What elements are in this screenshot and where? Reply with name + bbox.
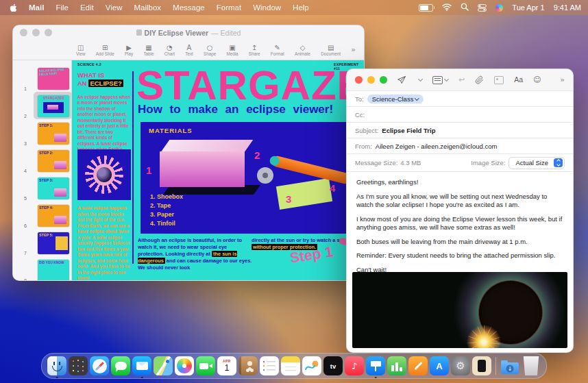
slide-thumbnail-3[interactable]: 3STEP 1: bbox=[13, 120, 71, 147]
dock-calendar[interactable]: APR1 bbox=[217, 356, 236, 375]
animate-icon: ◇ bbox=[300, 44, 306, 51]
image-size-value: Actual Size bbox=[515, 159, 548, 166]
send-options-chevron-icon[interactable] bbox=[417, 79, 422, 81]
menu-item-edit[interactable]: Edit bbox=[80, 3, 94, 12]
dock-trash[interactable] bbox=[522, 356, 541, 375]
dock-notes[interactable] bbox=[281, 356, 300, 375]
wifi-icon[interactable] bbox=[442, 3, 452, 12]
add-slide-icon: ⊞ bbox=[102, 44, 108, 51]
control-center-icon[interactable] bbox=[478, 4, 487, 12]
dock-facetime[interactable] bbox=[196, 356, 215, 375]
toolbar-add-slide-button[interactable]: ⊞Add Slide bbox=[96, 44, 114, 56]
toolbar-text-button[interactable]: AText bbox=[185, 44, 193, 56]
toolbar-format-button[interactable]: ✎Format bbox=[271, 44, 284, 56]
recipient-token[interactable]: Science-Class bbox=[367, 95, 424, 103]
sun-illustration bbox=[77, 149, 131, 200]
eclipse-photo-attachment[interactable] bbox=[352, 272, 567, 348]
shoebox-front bbox=[160, 151, 245, 187]
dock-finder[interactable] bbox=[47, 356, 66, 375]
dock-freeform[interactable] bbox=[302, 356, 321, 375]
dock-music[interactable]: ♪ bbox=[345, 356, 364, 375]
from-field[interactable]: From: Aileen Zeigen - aileen.zeigen@iclo… bbox=[347, 138, 573, 153]
menu-item-help[interactable]: Help bbox=[293, 3, 309, 12]
emoji-icon[interactable]: ☺ bbox=[533, 76, 541, 84]
toolbar-share-button[interactable]: ↥Share bbox=[249, 44, 260, 56]
subject-field[interactable]: Subject: Eclipse Field Trip bbox=[347, 122, 573, 138]
slide-canvas[interactable]: SCIENCE 4.2 EXPERIMENT #11 WHAT IS AN EC… bbox=[72, 60, 364, 280]
header-fields-icon[interactable] bbox=[432, 76, 448, 84]
dock-maps[interactable] bbox=[154, 356, 173, 375]
dock-downloads[interactable]: ↓ bbox=[500, 356, 519, 375]
slide-thumbnail-6[interactable]: 6STEP 4: bbox=[13, 202, 71, 230]
minimize-button[interactable] bbox=[367, 76, 375, 84]
send-icon[interactable] bbox=[397, 75, 406, 85]
menu-bar-time[interactable]: 9:41 AM bbox=[554, 3, 581, 12]
slide-thumbnail-5[interactable]: 5STEP 3: bbox=[13, 175, 71, 202]
toolbar-view-button[interactable]: ◫View bbox=[76, 44, 86, 56]
dock-numbers[interactable] bbox=[387, 356, 406, 375]
dock-reminders[interactable] bbox=[260, 356, 279, 375]
toolbar-table-button[interactable]: ▦Table bbox=[143, 44, 154, 56]
dock-apple-tv[interactable]: tv bbox=[323, 356, 343, 375]
menu-item-window[interactable]: Window bbox=[253, 3, 281, 12]
menu-item-file[interactable]: File bbox=[56, 3, 69, 12]
dock-launchpad[interactable] bbox=[69, 356, 88, 375]
slide-title: STARGAZER bbox=[136, 62, 364, 109]
to-field[interactable]: To: Science-Class bbox=[347, 90, 573, 106]
attach-icon[interactable] bbox=[475, 75, 484, 84]
slide-thumbnail-8[interactable]: 8DID YOU KNOW bbox=[13, 257, 71, 280]
menu-item-view[interactable]: View bbox=[106, 3, 123, 12]
format-aa-icon[interactable]: Aa bbox=[514, 76, 523, 84]
close-button[interactable] bbox=[355, 76, 363, 84]
slide-thumbnail-2-selected[interactable]: 2STARGAZER bbox=[13, 92, 71, 120]
menu-bar-date[interactable]: Tue Apr 1 bbox=[512, 3, 544, 12]
zoom-button[interactable] bbox=[380, 76, 387, 84]
dock-keynote[interactable] bbox=[366, 356, 385, 375]
mail-window-controls[interactable] bbox=[355, 76, 387, 84]
toolbar-animate-button[interactable]: ◇Animate bbox=[295, 44, 310, 56]
apple-menu[interactable] bbox=[10, 3, 17, 12]
menu-item-message[interactable]: Message bbox=[173, 3, 205, 12]
toolbar-media-button[interactable]: ▣Media bbox=[226, 44, 238, 56]
document-icon bbox=[136, 29, 142, 36]
spotlight-icon[interactable] bbox=[461, 3, 469, 12]
slide-thumbnail-4[interactable]: 4STEP 2: bbox=[13, 147, 71, 175]
dock-safari[interactable] bbox=[90, 356, 109, 375]
body-paragraph: As I'm sure you all know, we will be set… bbox=[356, 193, 563, 210]
siri-icon[interactable] bbox=[495, 4, 503, 12]
dock: APR1 tv ♪ A ⚙ ↓ bbox=[41, 353, 547, 379]
toolbar-overflow-icon[interactable]: » bbox=[351, 45, 356, 54]
toolbar-document-button[interactable]: ▤Document bbox=[321, 44, 341, 56]
mail-toolbar: ↩ Aa ☺ » bbox=[347, 69, 573, 90]
slide-subtitle: How to make an eclipse viewer! bbox=[138, 103, 333, 116]
play-icon: ▶ bbox=[126, 44, 132, 51]
dock-iphone-mirroring[interactable] bbox=[472, 356, 491, 375]
toolbar-chart-button[interactable]: ◔Chart bbox=[164, 44, 175, 56]
dock-mail[interactable] bbox=[132, 356, 151, 375]
insert-photo-icon[interactable] bbox=[494, 76, 504, 84]
toolbar-shape-button[interactable]: ○Shape bbox=[204, 44, 216, 56]
dock-app-store[interactable]: A bbox=[430, 356, 449, 375]
to-label: To: bbox=[355, 95, 364, 103]
image-size-select[interactable]: Actual Size bbox=[509, 157, 565, 169]
toolbar-play-button[interactable]: ▶Play bbox=[125, 44, 133, 56]
keynote-window-title: DIY Eclipse Viewer bbox=[145, 29, 209, 37]
dock-system-settings[interactable]: ⚙ bbox=[451, 356, 470, 375]
tape-icon bbox=[257, 167, 273, 184]
battery-icon[interactable] bbox=[419, 4, 433, 12]
dock-pages[interactable] bbox=[408, 356, 428, 375]
keynote-titlebar: DIY Eclipse Viewer — Edited bbox=[13, 25, 364, 40]
image-size-label: Image Size: bbox=[471, 159, 505, 166]
mail-toolbar-overflow-icon[interactable]: » bbox=[560, 75, 565, 84]
menu-item-format[interactable]: Format bbox=[217, 3, 241, 12]
reply-icon[interactable]: ↩ bbox=[458, 76, 465, 84]
dock-messages[interactable] bbox=[111, 356, 130, 375]
slide-thumbnail-1[interactable]: 1SOLAR ECLIPSE FIELD TRIP! bbox=[13, 65, 71, 92]
dock-contacts[interactable] bbox=[238, 356, 258, 375]
menu-item-mail[interactable]: Mail bbox=[29, 3, 44, 12]
from-value: Aileen Zeigen - aileen.zeigen@icloud.com bbox=[376, 143, 498, 150]
menu-item-mailbox[interactable]: Mailbox bbox=[134, 3, 161, 12]
cc-field[interactable]: Cc: bbox=[347, 106, 573, 122]
slide-thumbnail-7[interactable]: 7STEP 5: bbox=[13, 230, 71, 257]
dock-photos[interactable] bbox=[175, 356, 194, 375]
